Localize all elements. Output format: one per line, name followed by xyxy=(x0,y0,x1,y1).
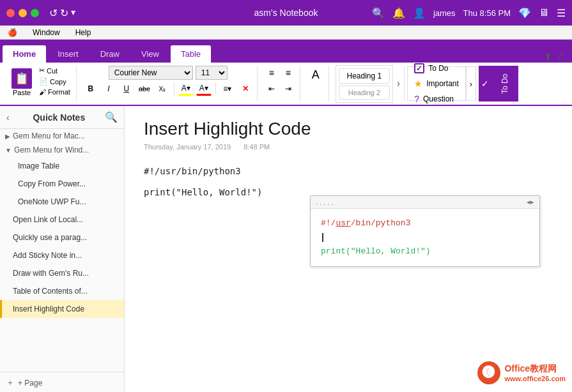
tab-table[interactable]: Table xyxy=(171,45,211,63)
code-cursor-line xyxy=(321,230,529,245)
date-text: Thursday, January 17, 2019 xyxy=(144,143,231,151)
underline-button[interactable]: U xyxy=(119,82,134,96)
bold-button[interactable]: B xyxy=(83,82,98,96)
help-menu[interactable]: Help xyxy=(73,27,94,38)
maximize-window-button[interactable] xyxy=(31,9,39,17)
tags-group: ✓ To Do ★ Important ? Question › ✓ To Do xyxy=(407,66,518,102)
number-list-button[interactable]: ≡ xyxy=(281,66,296,80)
code-line2: print("Hello, World!") xyxy=(321,245,529,259)
window-menu[interactable]: Window xyxy=(30,27,63,38)
strikethrough-button[interactable]: abc xyxy=(137,82,152,96)
bullet-list-button[interactable]: ≡ xyxy=(264,66,279,80)
sidebar-search-button[interactable]: 🔍 xyxy=(105,111,118,123)
tags-border: ✓ To Do ★ Important ? Question xyxy=(407,66,466,101)
align-button[interactable]: ≡▾ xyxy=(220,82,235,96)
indent-increase-button[interactable]: ⇥ xyxy=(281,82,296,96)
apple-menu[interactable]: 🍎 xyxy=(5,27,20,38)
sidebar-collapse-button[interactable]: ‹ xyxy=(6,112,10,123)
watermark-text: Office教程网 www.office26.com xyxy=(504,363,566,382)
code-box-expand-button[interactable]: ◂▸ xyxy=(527,198,534,206)
code-highlight-box: ..... ◂▸ #!/usr/bin/python3 print("Hello… xyxy=(310,195,540,267)
search-icon[interactable]: 🔍 xyxy=(372,7,385,19)
list-row2: ⇤ ⇥ xyxy=(264,82,296,96)
tags-expand-button[interactable]: › xyxy=(466,66,476,101)
code-box-dots: ..... xyxy=(316,199,335,206)
font-size-select[interactable]: 11 10 12 14 xyxy=(196,66,228,80)
user-icon[interactable]: 👤 xyxy=(413,7,426,19)
traffic-lights xyxy=(6,9,39,17)
format-icon: 🖌 xyxy=(39,88,46,96)
font-row2: B I U abc X₂ A▾ A▾ ≡▾ ✕ xyxy=(83,82,253,96)
ribbon-top-right: ⬆ ⤢ xyxy=(544,50,569,63)
format-button[interactable]: 🖌 Format xyxy=(37,87,72,96)
menu-icon[interactable]: ☰ xyxy=(557,7,566,19)
heading1-style[interactable]: Heading 1 xyxy=(339,68,390,84)
font-color-button[interactable]: A▾ xyxy=(196,82,212,96)
expand-button[interactable]: ⤢ xyxy=(556,50,564,63)
app-title: asm's Notebook xyxy=(254,8,318,18)
sidebar-item-copy-from-power[interactable]: Copy From Power... xyxy=(0,175,124,193)
add-page-button[interactable]: ＋ + Page xyxy=(0,372,124,392)
sidebar-item-draw-gems-ru[interactable]: Draw with Gem's Ru... xyxy=(0,264,124,282)
clear-format-button[interactable]: ✕ xyxy=(238,82,253,96)
highlight-color-button[interactable]: A▾ xyxy=(178,82,194,96)
todo-check-icon: ✓ xyxy=(481,79,489,89)
sidebar-item-image-table[interactable]: Image Table xyxy=(0,157,124,175)
code-plain-line1: #!/usr/bin/python3 xyxy=(144,163,553,179)
divider2 xyxy=(215,82,216,95)
tab-home[interactable]: Home xyxy=(3,45,46,63)
scissors-icon: ✂ xyxy=(39,66,45,75)
sidebar-item-onenote-uwp[interactable]: OneNote UWP Fu... xyxy=(0,193,124,211)
watermark: 🅞 Office教程网 www.office26.com xyxy=(477,361,566,384)
styles-group: Heading 1 Heading 2 › xyxy=(332,66,405,102)
text-style-button[interactable]: A xyxy=(307,66,325,84)
cut-button[interactable]: ✂ Cut xyxy=(37,66,72,75)
undo-button[interactable]: ↺ xyxy=(49,7,58,19)
redo-button[interactable]: ↻ xyxy=(60,7,68,19)
list-group: ≡ ≡ ⇤ ⇥ xyxy=(260,66,300,102)
font-family-select[interactable]: Courier New Arial Times New Roman xyxy=(109,66,193,80)
minimize-window-button[interactable] xyxy=(19,9,27,17)
tab-insert[interactable]: Insert xyxy=(47,45,89,63)
small-btns: ✂ Cut 📄 Copy 🖌 Format xyxy=(37,66,72,96)
question-tag-item[interactable]: ? Question xyxy=(413,93,460,105)
clipboard-main: 📋 Paste ✂ Cut 📄 Copy 🖌 Format xyxy=(9,66,72,99)
sidebar-item-add-sticky-note[interactable]: Add Sticky Note in... xyxy=(0,246,124,264)
todo-button[interactable]: To Do xyxy=(491,66,518,102)
italic-button[interactable]: I xyxy=(101,82,116,96)
tab-draw[interactable]: Draw xyxy=(90,45,130,63)
time: Thu 8:56 PM xyxy=(463,8,511,18)
time-text: 8:48 PM xyxy=(243,143,270,151)
divider xyxy=(174,82,174,95)
sidebar-item-insert-highlight-code[interactable]: Insert Highlight Code xyxy=(0,300,124,318)
paste-icon: 📋 xyxy=(12,68,32,89)
paste-button[interactable]: 📋 Paste xyxy=(9,66,35,99)
sidebar-section-gem-win[interactable]: ▼ Gem Menu for Wind... xyxy=(0,143,124,157)
indent-decrease-button[interactable]: ⇤ xyxy=(264,82,279,96)
shebang-part1: #!/ xyxy=(321,218,336,228)
styles-arrow[interactable]: › xyxy=(397,78,400,89)
page-title[interactable]: Insert Highlight Code xyxy=(144,119,553,139)
todo-tag-item[interactable]: ✓ To Do xyxy=(413,62,460,75)
close-window-button[interactable] xyxy=(6,9,15,17)
collapse-triangle-icon: ▶ xyxy=(5,133,10,140)
more-button[interactable]: ▾ xyxy=(71,7,75,19)
share-button[interactable]: ⬆ xyxy=(544,50,552,63)
plus-icon: ＋ xyxy=(6,377,14,388)
todo-checkmark-area: ✓ xyxy=(479,66,491,102)
tab-view[interactable]: View xyxy=(131,45,169,63)
heading2-style[interactable]: Heading 2 xyxy=(339,86,390,100)
important-tag-item[interactable]: ★ Important xyxy=(413,77,460,90)
sidebar-item-table-of-contents[interactable]: Table of Contents of... xyxy=(0,282,124,300)
clipboard-group: 📋 Paste ✂ Cut 📄 Copy 🖌 Format xyxy=(5,66,77,102)
sidebar-section-gem-mac[interactable]: ▶ Gem Menu for Mac... xyxy=(0,129,124,143)
code-box-content[interactable]: #!/usr/bin/python3 print("Hello, World!"… xyxy=(311,209,539,266)
code-box-header: ..... ◂▸ xyxy=(311,196,539,209)
sidebar-item-quickly-use[interactable]: Quickly use a parag... xyxy=(0,229,124,246)
notification-icon[interactable]: 🔔 xyxy=(392,7,405,19)
subscript-button[interactable]: X₂ xyxy=(155,82,170,96)
sidebar: ‹ Quick Notes 🔍 ▶ Gem Menu for Mac... ▼ … xyxy=(0,106,125,392)
copy-icon: 📄 xyxy=(39,77,48,86)
copy-button[interactable]: 📄 Copy xyxy=(37,77,72,86)
sidebar-item-open-link[interactable]: Open Link of Local... xyxy=(0,211,124,229)
